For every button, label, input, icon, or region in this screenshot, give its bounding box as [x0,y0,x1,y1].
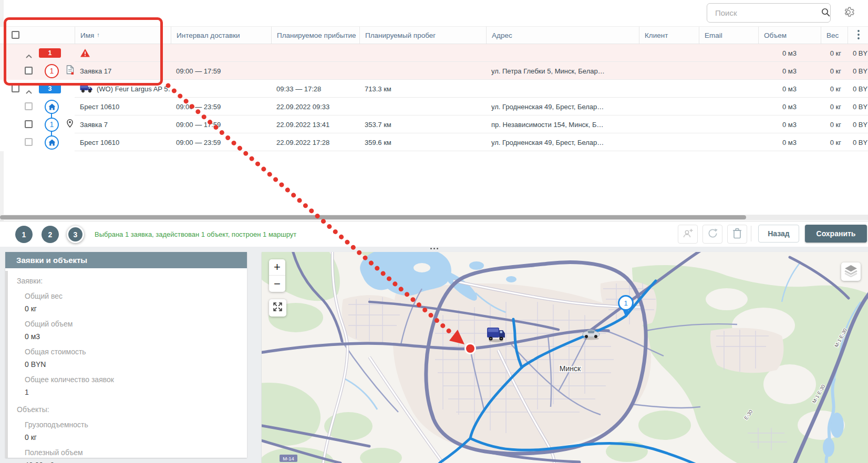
panel-title: Заявки и объекты [5,252,247,268]
row-weight: 0 кг [821,80,848,98]
home-icon [48,139,56,146]
row-interval: 09:00 — 23:59 [171,133,271,151]
row-mileage [359,44,486,62]
column-header-arrival[interactable]: Планируемое прибытие [271,27,359,44]
summary-item-value: 0 м3 [25,332,247,341]
row-client [639,62,699,80]
row-checkbox[interactable] [25,102,33,110]
horizontal-scrollbar-thumb[interactable] [0,215,746,219]
zoom-out-button[interactable]: − [269,276,285,292]
row-checkbox[interactable] [25,138,33,146]
column-header-name[interactable]: Имя↑ [75,27,171,44]
column-header-client[interactable]: Клиент [639,27,699,44]
layers-icon [844,264,858,279]
panel-scrollbar[interactable] [5,271,8,458]
road-label-m14: М-14 [283,456,294,461]
table-row[interactable]: Брест 1061009:00 — 23:5922.09.2022 09:33… [0,98,868,115]
table-settings-button[interactable] [840,5,856,22]
row-controls-cell: 1 [0,44,75,62]
group-count-badge: 1 [39,48,61,58]
row-name: (WO) Feur Largus AP 5… [97,85,171,93]
row-client [639,98,699,115]
row-weight: 0 кг [821,133,848,151]
column-header-address[interactable]: Адрес [486,27,639,44]
toolbar-divider [751,226,751,241]
fullscreen-icon [272,301,283,314]
step-2-button[interactable]: 2 [42,226,59,243]
layers-button[interactable] [841,262,861,281]
refresh-button[interactable] [702,225,722,244]
collapse-chevron-icon[interactable] [26,87,32,96]
summary-item-label: Грузоподъемность [25,420,247,429]
row-checkbox[interactable] [25,120,33,128]
row-address: пр. Независимости 154, Минск, Б… [486,115,639,133]
row-arrival [271,44,359,62]
step-1-button[interactable]: 1 [15,226,33,243]
table-row[interactable]: Брест 1061009:00 — 23:5922.09.2022 17:28… [0,133,868,151]
column-header-weight[interactable]: Вес [821,27,848,44]
row-email [699,133,758,151]
row-cost: 0 BY [848,115,868,133]
row-volume: 0 м3 [758,133,821,151]
row-address: ул. Гродненская 49, Брест, Белар… [486,133,639,151]
row-weight: 0 кг [821,115,848,133]
summary-item-value: 0 BYN [25,360,247,369]
row-name-cell: Заявка 7 [75,115,171,133]
column-header-interval[interactable]: Интервал доставки [171,27,271,44]
back-button[interactable]: Назад [758,225,799,243]
row-mileage [359,98,486,115]
add-courier-icon [682,228,694,241]
row-name: Заявка 7 [80,121,108,129]
header-select-cell [0,27,75,44]
order-marker[interactable] [464,343,476,354]
zoom-in-button[interactable]: + [269,259,285,276]
row-volume: 0 м3 [758,80,821,98]
summary-item-value: 1 [25,388,247,396]
row-volume: 0 м3 [758,115,821,133]
row-name: Брест 10610 [80,103,119,111]
row-interval [171,44,271,62]
row-mileage: 353.7 км [359,115,486,133]
delete-button[interactable] [727,225,747,244]
row-arrival [271,62,359,80]
save-button[interactable]: Сохранить [805,225,867,243]
summary-panel: Заявки и объекты Заявки:Общий вес0 кгОбщ… [5,252,247,458]
fullscreen-button[interactable] [269,299,286,317]
gear-icon [842,6,854,20]
summary-item-label: Общий вес [25,292,247,300]
row-name-cell: Брест 10610 [75,133,171,151]
table-row[interactable]: 3(WO) Feur Largus AP 5…09:33 — 17:28713.… [0,80,868,98]
step-3-button[interactable]: 3 [67,226,84,243]
column-header-email[interactable]: Email [699,27,758,44]
search-input[interactable] [714,8,821,18]
row-client [639,133,699,151]
table-row[interactable]: 1Заявка 1709:00 — 17:59ул. Петра Глебки … [0,62,868,80]
column-header-menu[interactable] [848,27,868,44]
summary-item-value: 0 кг [25,304,247,313]
row-checkbox[interactable] [12,85,19,92]
row-checkbox[interactable] [25,67,33,75]
select-all-checkbox[interactable] [12,31,19,39]
row-cost: 0 BY [848,62,868,80]
add-courier-button[interactable] [678,225,698,244]
row-name-cell: (WO) Feur Largus AP 5… [75,80,171,98]
search-icon[interactable] [821,7,830,19]
document-icon [66,65,74,77]
column-header-mileage[interactable]: Планируемый пробег [359,27,486,44]
search-box[interactable] [707,3,831,23]
row-mileage: 713.3 км [359,80,486,98]
trash-icon [732,227,742,241]
bottom-section: Заявки и объекты Заявки:Общий вес0 кгОбщ… [0,247,868,463]
row-arrival: 09:33 — 17:28 [271,80,359,98]
table-row[interactable]: 1Заявка 709:00 — 17:5922.09.2022 13:4135… [0,115,868,133]
collapse-chevron-icon[interactable] [26,51,32,60]
group-count-badge: 3 [39,84,61,93]
row-cost: 0 BY [848,80,868,98]
column-header-volume[interactable]: Объем [758,27,821,44]
map[interactable]: М-14 М-1 Е-30 М-1 Е-30 Е-30 Минск [262,252,868,463]
row-arrival: 22.09.2022 09:33 [271,98,359,115]
splitter-handle[interactable] [428,246,440,250]
row-weight: 0 кг [821,44,848,62]
horizontal-scrollbar-track[interactable] [0,215,868,220]
table-row[interactable]: 10 м30 кг0 BY [0,44,868,62]
